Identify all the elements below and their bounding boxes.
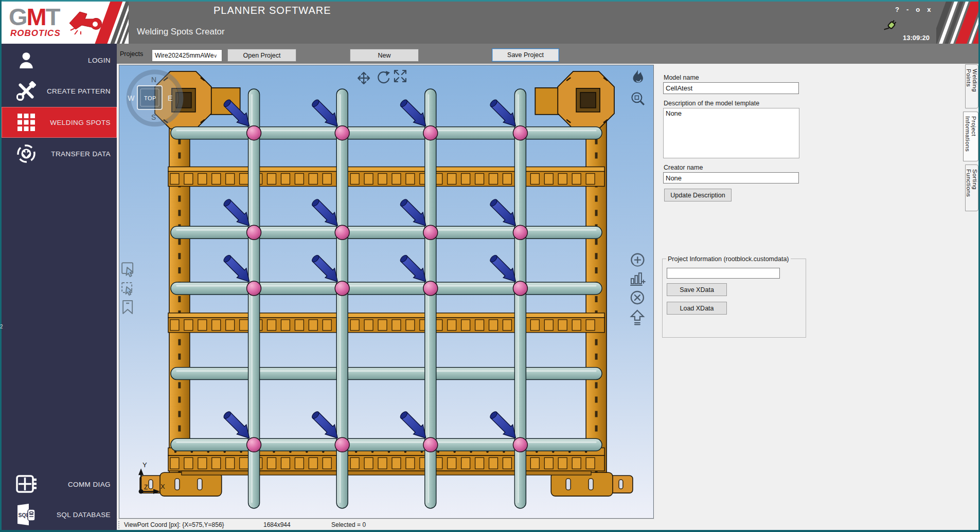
welding-spot[interactable]	[423, 281, 438, 296]
view-compass[interactable]: N W S E TOP	[128, 72, 181, 124]
welding-spot[interactable]	[247, 126, 261, 140]
description-textarea[interactable]: None	[663, 108, 799, 158]
model-name-label: Model name	[664, 74, 699, 81]
title-bar: PLANNER SOFTWARE Welding Spots Creator G…	[0, 2, 980, 44]
welding-spot[interactable]	[513, 225, 527, 240]
welding-spot[interactable]	[513, 126, 527, 140]
sql-database-icon: SQL	[15, 504, 37, 525]
frame-beam	[168, 313, 604, 318]
welding-spot[interactable]	[335, 225, 349, 240]
frame-beam	[168, 167, 604, 172]
selected-count: Selected = 0	[331, 521, 366, 528]
window-edge-bottom	[0, 530, 980, 532]
connection-status-icon	[883, 19, 898, 35]
status-bar: ViewPort Coord [px]: {X=575,Y=856} 1684x…	[117, 519, 654, 530]
creator-name-input[interactable]	[663, 172, 799, 184]
welding-spot[interactable]	[335, 437, 349, 452]
viewport-resolution: 1684x944	[263, 521, 291, 528]
xdata-input[interactable]	[667, 268, 780, 279]
sidebar-item-create-pattern[interactable]: CREATE PATTERN	[2, 77, 117, 105]
welding-spot[interactable]	[335, 281, 349, 296]
welding-spot[interactable]	[423, 126, 438, 140]
axis-z-label: Z	[144, 484, 148, 491]
wire-tube-horizontal[interactable]	[171, 368, 602, 380]
grid-icon	[15, 112, 37, 133]
window-edge-left	[0, 0, 2, 532]
tab-project-informations[interactable]: Project Informations	[963, 112, 978, 161]
model-name-input[interactable]	[663, 82, 799, 94]
welding-spot[interactable]	[513, 437, 527, 452]
open-project-button[interactable]: Open Project	[227, 49, 296, 62]
wire-tube-horizontal[interactable]	[171, 282, 602, 295]
clock: 13:09:20	[903, 34, 930, 42]
welding-spot[interactable]	[247, 225, 261, 240]
save-xdata-button[interactable]: Save XData	[667, 283, 727, 296]
wire-tube-horizontal[interactable]	[171, 438, 602, 451]
welding-spot[interactable]	[423, 437, 438, 452]
new-project-button[interactable]: New	[350, 49, 419, 62]
project-dropdown[interactable]: Wire202425mmAWel ∨	[152, 49, 222, 62]
close-button[interactable]: x	[927, 6, 931, 13]
load-xdata-button[interactable]: Load XData	[667, 302, 727, 315]
user-icon	[15, 49, 37, 71]
help-button[interactable]: ?	[895, 6, 899, 13]
sidebar-item-sql-database[interactable]: SQL SQL DATABASE	[2, 500, 117, 529]
tools-icon	[15, 80, 37, 102]
welding-spot[interactable]	[247, 281, 261, 296]
save-project-button[interactable]: Save Project	[492, 48, 559, 62]
stray-character: 2	[0, 324, 3, 329]
view-cube-label: TOP	[144, 95, 156, 101]
welding-spot[interactable]	[247, 437, 261, 452]
wire-tube-horizontal[interactable]	[171, 127, 602, 139]
project-dropdown-value: Wire202425mmAWel	[152, 52, 213, 59]
compass-east[interactable]: E	[168, 94, 172, 102]
brand-sub: ROBOTICS	[10, 28, 61, 39]
axis-y-label: Y	[142, 461, 147, 469]
projects-label: Projects	[120, 50, 143, 58]
welding-spot[interactable]	[423, 225, 438, 240]
viewport-coord-readout: ViewPort Coord [px]: {X=575,Y=856}	[124, 521, 224, 528]
update-description-button[interactable]: Update Description	[664, 189, 732, 201]
wire-tube-horizontal[interactable]	[171, 226, 602, 239]
page-title: Welding Spots Creator	[137, 27, 225, 37]
minimize-button[interactable]: -	[906, 6, 908, 13]
window-controls: ? - o x	[895, 6, 931, 13]
brand-name: GMT	[9, 3, 59, 31]
toolbar: Projects Wire202425mmAWel ∨ Open Project…	[117, 44, 980, 64]
sidebar-item-comm-diag[interactable]: COMM DIAG	[2, 470, 117, 499]
comm-module-icon	[15, 473, 37, 495]
tab-welding-points[interactable]: Welding Points	[965, 64, 978, 108]
creator-name-label: Creator name	[664, 164, 703, 171]
axis-x-label: X	[161, 483, 165, 490]
compass-south[interactable]: S	[151, 113, 156, 121]
sidebar-item-transfer-data[interactable]: TRANSFER DATA	[2, 139, 117, 168]
window-edge-top	[0, 0, 980, 2]
statusbar-grip	[118, 521, 120, 529]
sidebar-item-login[interactable]: LOGIN	[2, 46, 117, 75]
app-title: PLANNER SOFTWARE	[213, 5, 331, 16]
sidebar-item-welding-spots[interactable]: WELDING SPOTS	[2, 107, 117, 138]
sidebar: LOGIN CREATE PATTERN WELDING SPOTS	[2, 44, 117, 530]
project-information-group-title: Project Information (rootblock.customdat…	[666, 255, 791, 263]
compass-west[interactable]: W	[128, 94, 135, 102]
tab-sorting-functions[interactable]: Sorting Functions	[965, 164, 978, 211]
app-window: PLANNER SOFTWARE Welding Spots Creator G…	[0, 0, 980, 532]
description-label: Description of the model template	[664, 100, 759, 107]
viewport-3d[interactable]: N W S E TOP	[119, 65, 654, 519]
download-circle-icon	[15, 143, 37, 164]
header-stripes	[936, 0, 980, 48]
welding-spot[interactable]	[335, 126, 349, 140]
restore-button[interactable]: o	[916, 6, 920, 13]
welding-spot[interactable]	[513, 281, 527, 296]
brand-logo: GMT ROBOTICS	[2, 2, 129, 44]
chevron-down-icon: ∨	[213, 53, 222, 59]
compass-north[interactable]: N	[151, 76, 156, 84]
